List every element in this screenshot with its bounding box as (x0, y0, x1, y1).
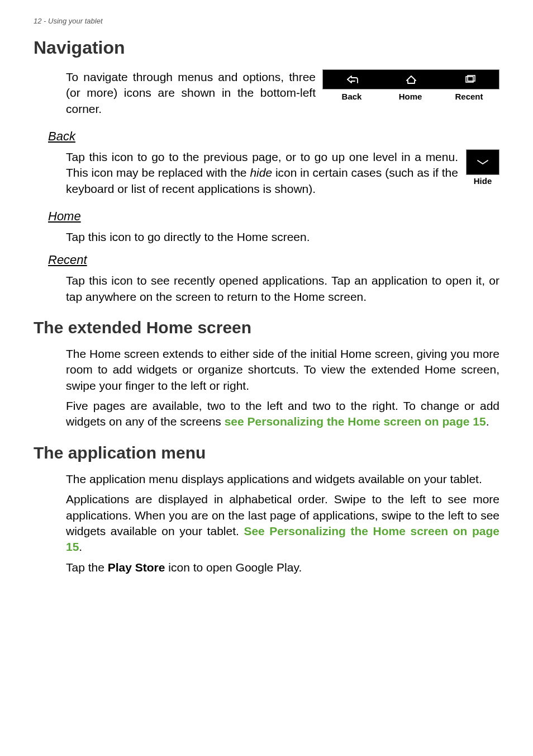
back-icon (323, 70, 382, 89)
app-menu-p2: Applications are displayed in alphabetic… (66, 492, 499, 555)
app-menu-p3-bold: Play Store (108, 561, 165, 574)
ext-home-p2: Five pages are available, two to the lef… (66, 398, 499, 430)
nav-icons-bar (322, 69, 499, 89)
back-label: Back (322, 92, 381, 101)
back-text: Tap this icon to go to the previous page… (66, 149, 458, 197)
home-label: Home (381, 92, 440, 101)
subsection-recent: Recent (48, 253, 499, 267)
nav-intro-text: To navigate through menus and options, t… (66, 69, 316, 117)
app-menu-p3-after: icon to open Google Play. (165, 561, 302, 574)
section-title-navigation: Navigation (34, 37, 499, 58)
home-icon (382, 70, 440, 89)
home-text: Tap this icon to go directly to the Home… (66, 229, 499, 245)
link-personalizing-home-1[interactable]: see Personalizing the Home screen on pag… (225, 415, 486, 428)
subsection-home: Home (48, 209, 499, 224)
section-title-extended-home: The extended Home screen (34, 318, 499, 337)
app-menu-p2-after: . (79, 540, 82, 553)
app-menu-p3-before: Tap the (66, 561, 108, 574)
app-menu-p3: Tap the Play Store icon to open Google P… (66, 560, 499, 575)
recent-label: Recent (440, 92, 498, 101)
recent-text: Tap this icon to see recently opened app… (66, 273, 499, 305)
back-hide-word: hide (250, 166, 272, 179)
hide-label: Hide (474, 176, 492, 186)
recent-icon (440, 70, 499, 89)
section-title-app-menu: The application menu (34, 443, 499, 462)
page-header: 12 - Using your tablet (34, 17, 499, 25)
ext-home-p1: The Home screen extends to either side o… (66, 346, 499, 394)
hide-icon (466, 149, 499, 175)
subsection-back: Back (48, 129, 499, 144)
app-menu-p1: The application menu displays applicatio… (66, 471, 499, 487)
ext-home-p2-after: . (486, 415, 489, 428)
